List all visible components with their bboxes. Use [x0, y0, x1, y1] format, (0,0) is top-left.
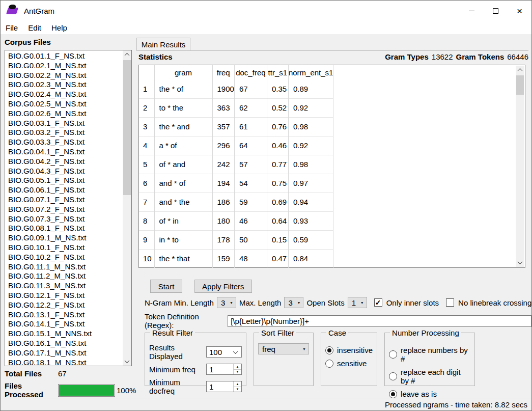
list-item[interactable]: BIO.G0.17.1_M_NS.txt: [5, 348, 122, 358]
case-group: Case insensitive sensitive: [321, 328, 377, 386]
scroll-down-icon[interactable]: [123, 357, 131, 366]
statistics-header: Statistics Gram Types 13622 Gram Tokens …: [138, 52, 528, 61]
results-displayed-select[interactable]: 100: [206, 346, 242, 358]
list-item[interactable]: BIO.G0.04.3_F_NS.txt: [5, 167, 122, 176]
minimum-docfreq-label: Minimum docfreq: [149, 378, 206, 395]
scroll-up-icon[interactable]: [516, 66, 524, 74]
list-item[interactable]: BIO.G0.02.1_M_NS.txt: [5, 61, 122, 71]
list-item[interactable]: BIO.G0.03.3_F_NS.txt: [5, 138, 122, 147]
table-scrollbar[interactable]: [516, 66, 524, 267]
apply-filters-button[interactable]: Apply Filters: [194, 280, 252, 293]
list-item[interactable]: BIO.G0.01.1_F_NS.txt: [5, 51, 122, 61]
replace-numbers-radio[interactable]: replace numbers by #: [389, 346, 470, 363]
menu-edit[interactable]: Edit: [23, 22, 46, 34]
minimum-freq-label: Minimum freq: [149, 365, 206, 374]
list-item[interactable]: BIO.G0.10.2_F_NS.txt: [5, 253, 122, 262]
list-item[interactable]: BIO.G0.07.3_F_NS.txt: [5, 214, 122, 224]
close-button[interactable]: ×: [508, 1, 531, 21]
chevron-down-icon: [233, 349, 238, 354]
corpus-file-list[interactable]: BIO.G0.01.1_F_NS.txtBIO.G0.02.1_M_NS.txt…: [5, 50, 132, 366]
spinner-up-icon[interactable]: ▲: [234, 364, 241, 370]
sort-filter-title: Sort Filter: [259, 328, 296, 337]
close-icon: ×: [517, 6, 522, 16]
spinner-down-icon[interactable]: ▼: [234, 370, 241, 375]
menu-help[interactable]: Help: [46, 22, 72, 34]
list-item[interactable]: BIO.G0.03.2_F_NS.txt: [5, 128, 122, 138]
minimum-docfreq-stepper[interactable]: 1 ▲ ▼: [206, 381, 242, 392]
sort-filter-select[interactable]: freq ▼: [258, 343, 309, 354]
tab-divider: [136, 50, 528, 51]
list-item[interactable]: BIO.G0.07.1_F_NS.txt: [5, 195, 122, 205]
results-table[interactable]: gramfreqdoc_freqttr_s1norm_ent_s1 1the *…: [139, 65, 333, 268]
progress-percent: 100%: [117, 386, 136, 395]
token-definition-input[interactable]: [228, 315, 531, 327]
table-row[interactable]: 7and * the186590.690.94: [139, 193, 333, 211]
no-linebreak-crossing-checkbox[interactable]: ✓: [446, 298, 454, 307]
replace-digits-radio[interactable]: replace each digit by #: [389, 368, 470, 385]
ngram-min-length-select[interactable]: 3 ▼: [217, 297, 236, 308]
scrollbar-thumb[interactable]: [516, 75, 524, 95]
total-files-label: Total Files: [5, 369, 58, 378]
menu-file[interactable]: File: [1, 22, 23, 34]
table-row[interactable]: 9in * to178500.150.59: [139, 230, 333, 249]
radio-icon: [389, 390, 397, 398]
list-item[interactable]: BIO.G0.18.1_M_NS.txt: [5, 358, 122, 366]
open-slots-label: Open Slots: [306, 298, 344, 307]
list-item[interactable]: BIO.G0.06.1_F_NS.txt: [5, 185, 122, 195]
column-header: norm_ent_s1: [288, 65, 333, 79]
only-inner-slots-checkbox[interactable]: ✓: [374, 298, 382, 307]
list-item[interactable]: BIO.G0.12.2_F_NS.txt: [5, 300, 122, 310]
list-item[interactable]: BIO.G0.09.1_M_NS.txt: [5, 233, 122, 243]
no-linebreak-crossing-label: No linebreak crossing: [458, 298, 531, 307]
scroll-up-icon[interactable]: [123, 50, 131, 59]
list-item[interactable]: BIO.G0.13.1_F_NS.txt: [5, 310, 122, 320]
tab-main-results[interactable]: Main Results: [136, 38, 190, 50]
table-row[interactable]: 10the * that159480.470.84: [139, 249, 333, 268]
max-length-select[interactable]: 3 ▼: [284, 297, 303, 308]
table-row[interactable]: 4a * of296640.460.92: [139, 136, 333, 155]
list-item[interactable]: BIO.G0.15.1_M_NNS.txt: [5, 329, 122, 339]
sort-filter-group: Sort Filter freq ▼: [254, 328, 314, 386]
list-item[interactable]: BIO.G0.04.2_F_NS.txt: [5, 157, 122, 167]
list-item[interactable]: BIO.G0.03.1_F_NS.txt: [5, 119, 122, 128]
list-item[interactable]: BIO.G0.11.3_M_NS.txt: [5, 281, 122, 291]
file-list-scrollbar[interactable]: [123, 50, 131, 366]
table-row[interactable]: 6and * of194540.750.97: [139, 174, 333, 193]
list-item[interactable]: BIO.G0.02.5_M_NS.txt: [5, 99, 122, 109]
start-button[interactable]: Start: [150, 280, 182, 293]
spinner-down-icon[interactable]: ▼: [234, 387, 241, 392]
list-item[interactable]: BIO.G0.02.6_M_NS.txt: [5, 109, 122, 119]
table-row[interactable]: 2to * the363620.520.92: [139, 98, 333, 117]
table-row[interactable]: 8of * in180460.640.93: [139, 211, 333, 230]
minimize-button[interactable]: [460, 1, 484, 21]
list-item[interactable]: BIO.G0.05.1_F_NS.txt: [5, 176, 122, 185]
table-row[interactable]: 1the * of1900670.350.89: [139, 79, 333, 98]
open-slots-select[interactable]: 1 ▼: [348, 297, 367, 308]
scroll-down-icon[interactable]: [516, 258, 524, 267]
list-item[interactable]: BIO.G0.08.1_F_NS.txt: [5, 224, 122, 233]
case-insensitive-radio[interactable]: insensitive: [325, 346, 373, 354]
table-row[interactable]: 5of * and242570.770.98: [139, 155, 333, 174]
scrollbar-thumb[interactable]: [123, 60, 131, 195]
radio-icon: [325, 346, 333, 354]
app-window: AntGram × File Edit Help Corpus Files BI…: [0, 0, 532, 411]
list-item[interactable]: BIO.G0.11.2_M_NS.txt: [5, 271, 122, 281]
list-item[interactable]: BIO.G0.07.2_F_NS.txt: [5, 205, 122, 214]
list-item[interactable]: BIO.G0.02.4_M_NS.txt: [5, 90, 122, 99]
list-item[interactable]: BIO.G0.02.2_M_NS.txt: [5, 71, 122, 80]
list-item[interactable]: BIO.G0.12.1_F_NS.txt: [5, 291, 122, 300]
column-header: gram: [154, 65, 212, 79]
table-row[interactable]: 3the * and357610.760.98: [139, 117, 333, 136]
list-item[interactable]: BIO.G0.16.1_M_NS.txt: [5, 339, 122, 348]
column-header: freq: [212, 65, 234, 79]
list-item[interactable]: BIO.G0.04.1_F_NS.txt: [5, 147, 122, 157]
list-item[interactable]: BIO.G0.14.1_F_NS.txt: [5, 319, 122, 329]
list-item[interactable]: BIO.G0.11.1_M_NS.txt: [5, 262, 122, 272]
leave-as-is-radio[interactable]: leave as is: [389, 390, 470, 398]
list-item[interactable]: BIO.G0.02.3_M_NS.txt: [5, 80, 122, 90]
spinner-up-icon[interactable]: ▲: [234, 381, 241, 387]
list-item[interactable]: BIO.G0.10.1_F_NS.txt: [5, 243, 122, 253]
maximize-button[interactable]: [484, 1, 508, 21]
case-sensitive-radio[interactable]: sensitive: [325, 359, 373, 368]
minimum-freq-stepper[interactable]: 1 ▲ ▼: [206, 364, 242, 375]
